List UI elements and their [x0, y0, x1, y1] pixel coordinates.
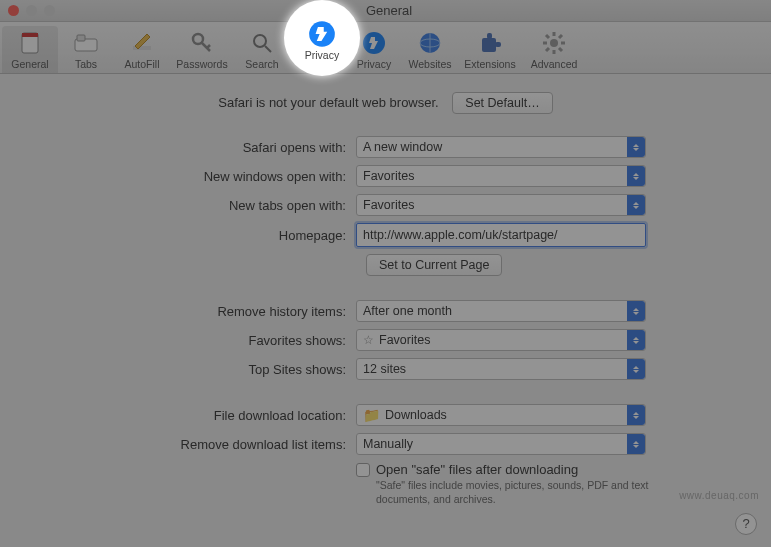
- open-safe-files-label: Open "safe" files after downloading "Saf…: [376, 462, 656, 506]
- folder-icon: 📁: [363, 408, 380, 422]
- tabs-icon: [71, 30, 101, 56]
- extensions-icon: [475, 30, 505, 56]
- svg-rect-1: [22, 33, 38, 37]
- default-browser-message: Safari is not your default web browser.: [218, 95, 438, 110]
- chevron-updown-icon: [627, 405, 645, 425]
- remove-downloads-select[interactable]: Manually: [356, 433, 646, 455]
- chevron-updown-icon: [627, 166, 645, 186]
- tab-websites[interactable]: Websites: [402, 26, 458, 73]
- open-safe-files-checkbox[interactable]: [356, 463, 370, 477]
- topsites-shows-label: Top Sites shows:: [40, 362, 356, 377]
- homepage-label: Homepage:: [40, 228, 356, 243]
- open-safe-files-hint: "Safe" files include movies, pictures, s…: [376, 479, 656, 506]
- preferences-toolbar: General Tabs AutoFill Passwords Search: [0, 22, 771, 74]
- help-button[interactable]: ?: [735, 513, 757, 535]
- chevron-updown-icon: [627, 434, 645, 454]
- titlebar: General: [0, 0, 771, 22]
- chevron-updown-icon: [627, 137, 645, 157]
- tab-tabs[interactable]: Tabs: [58, 26, 114, 73]
- remove-history-label: Remove history items:: [40, 304, 356, 319]
- chevron-updown-icon: [627, 195, 645, 215]
- svg-point-16: [550, 39, 558, 47]
- download-location-select[interactable]: 📁Downloads: [356, 404, 646, 426]
- opens-with-select[interactable]: A new window: [356, 136, 646, 158]
- new-windows-select[interactable]: Favorites: [356, 165, 646, 187]
- svg-line-22: [559, 48, 562, 51]
- favorites-shows-label: Favorites shows:: [40, 333, 356, 348]
- tab-advanced[interactable]: Advanced: [522, 26, 586, 73]
- remove-history-select[interactable]: After one month: [356, 300, 646, 322]
- svg-rect-13: [482, 38, 496, 52]
- privacy-icon: [307, 21, 337, 47]
- set-default-button[interactable]: Set Default…: [452, 92, 552, 114]
- autofill-icon: [127, 30, 157, 56]
- watermark: www.deuaq.com: [679, 490, 759, 501]
- svg-rect-3: [77, 35, 85, 41]
- opens-with-label: Safari opens with:: [40, 140, 356, 155]
- star-icon: ☆: [363, 333, 374, 347]
- window-title: General: [15, 3, 763, 18]
- svg-rect-14: [487, 33, 492, 39]
- default-browser-row: Safari is not your default web browser. …: [40, 92, 731, 114]
- search-icon: [247, 30, 277, 56]
- chevron-updown-icon: [627, 330, 645, 350]
- passwords-icon: [187, 30, 217, 56]
- general-icon: [15, 30, 45, 56]
- remove-downloads-label: Remove download list items:: [40, 437, 356, 452]
- svg-line-24: [559, 35, 562, 38]
- svg-point-6: [254, 35, 266, 47]
- homepage-input[interactable]: http://www.apple.com/uk/startpage/: [356, 223, 646, 247]
- privacy-icon: [359, 30, 389, 56]
- tab-extensions[interactable]: Extensions: [458, 26, 522, 73]
- websites-icon: [415, 30, 445, 56]
- chevron-updown-icon: [627, 359, 645, 379]
- tab-autofill[interactable]: AutoFill: [114, 26, 170, 73]
- svg-line-7: [265, 46, 271, 52]
- new-tabs-select[interactable]: Favorites: [356, 194, 646, 216]
- new-windows-label: New windows open with:: [40, 169, 356, 184]
- set-current-page-button[interactable]: Set to Current Page: [366, 254, 502, 276]
- svg-rect-15: [495, 42, 501, 47]
- preferences-window: General General Tabs AutoFill Passwords: [0, 0, 771, 547]
- privacy-spotlight: Privacy: [284, 0, 360, 76]
- tab-passwords[interactable]: Passwords: [170, 26, 234, 73]
- favorites-shows-select[interactable]: ☆Favorites: [356, 329, 646, 351]
- svg-line-23: [546, 48, 549, 51]
- download-location-label: File download location:: [40, 408, 356, 423]
- tab-search[interactable]: Search: [234, 26, 290, 73]
- chevron-updown-icon: [627, 301, 645, 321]
- advanced-icon: [539, 30, 569, 56]
- topsites-shows-select[interactable]: 12 sites: [356, 358, 646, 380]
- tab-general[interactable]: General: [2, 26, 58, 73]
- preferences-body: Safari is not your default web browser. …: [0, 74, 771, 526]
- new-tabs-label: New tabs open with:: [40, 198, 356, 213]
- svg-line-21: [546, 35, 549, 38]
